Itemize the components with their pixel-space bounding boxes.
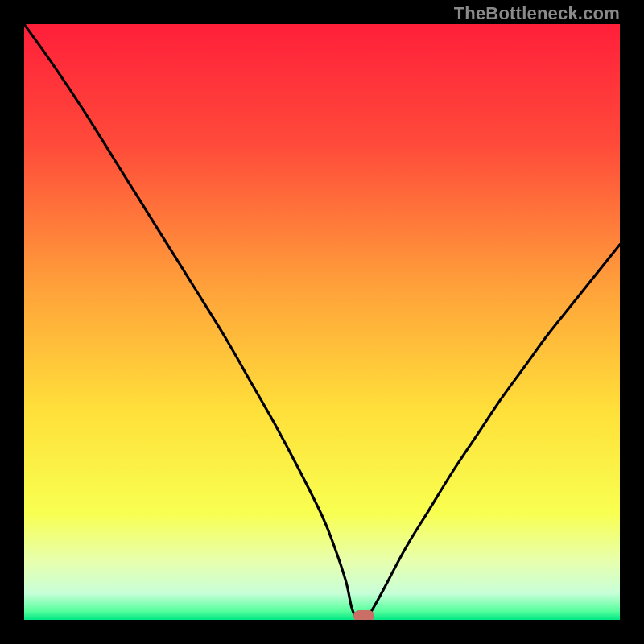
watermark-text: TheBottleneck.com [454,3,620,24]
chart-frame: TheBottleneck.com [0,0,644,644]
heat-gradient-background [24,24,620,620]
plot-area [24,24,620,620]
